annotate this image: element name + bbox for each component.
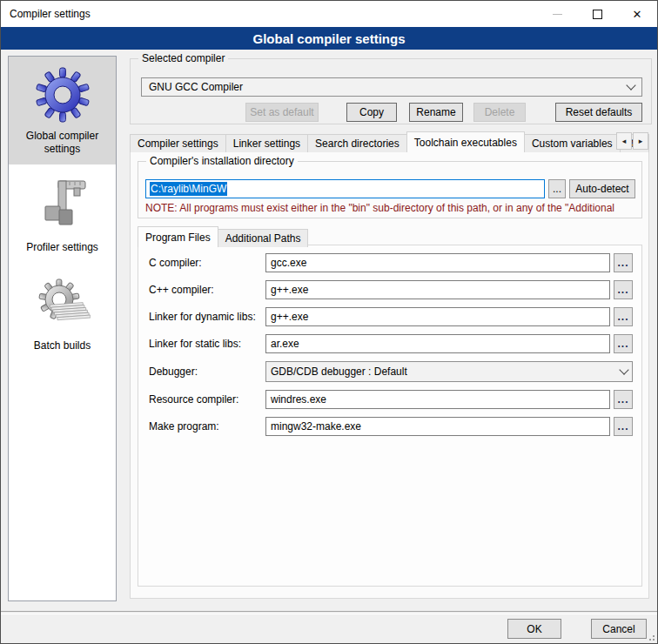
tab-custom-variables[interactable]: Custom variables [524,134,621,152]
delete-button: Delete [473,103,526,122]
dialog-header-title: Global compiler settings [252,31,405,46]
debugger-select[interactable]: GDB/CDB debugger : Default [265,361,633,382]
blue-gear-icon [35,67,91,123]
field-label: Debugger: [149,366,265,378]
resource-compiler-row: Resource compiler: windres.exe ... [149,390,633,409]
tab-compiler-settings[interactable]: Compiler settings [130,134,226,152]
footer-divider [1,611,657,614]
settings-category-list: Global compiler settings [8,56,117,601]
tab-scroll-right-button[interactable]: ▸ [633,132,648,150]
field-label: Make program: [149,420,265,433]
sidebar-item-label: Profiler settings [26,241,98,254]
gear-stack-icon [35,277,91,332]
ok-button[interactable]: OK [507,619,561,639]
dialog-header: Global compiler settings [1,27,657,50]
cancel-button[interactable]: Cancel [591,619,647,639]
maximize-icon [593,10,602,19]
bin-subdirectory-note: NOTE: All programs must exist either in … [145,202,638,214]
sidebar-item-profiler-settings[interactable]: Profiler settings [9,164,116,263]
c-compiler-input[interactable]: gcc.exe [265,253,610,272]
dynamic-linker-row: Linker for dynamic libs: g++.exe ... [149,307,633,326]
arrow-right-icon: ▸ [639,137,643,145]
dialog-content: Global compiler settings [1,50,657,643]
static-linker-browse-button[interactable]: ... [614,334,633,353]
static-linker-row: Linker for static libs: ar.exe ... [149,334,633,353]
titlebar: Compiler settings ✕ [1,1,657,27]
installation-directory-group-label: Compiler's installation directory [146,155,298,167]
installation-directory-input[interactable]: C:\raylib\MinGW [145,179,545,198]
cpp-compiler-row: C++ compiler: g++.exe ... [149,280,633,299]
maximize-button[interactable] [577,1,617,27]
compiler-select-value: GNU GCC Compiler [149,81,243,93]
reset-defaults-button[interactable]: Reset defaults [555,103,642,122]
field-label: C++ compiler: [149,284,265,296]
compiler-settings-dialog: Compiler settings ✕ Global compiler sett… [0,0,658,644]
tab-additional-paths[interactable]: Additional Paths [218,229,309,247]
tab-linker-settings[interactable]: Linker settings [225,134,308,152]
cpp-compiler-input[interactable]: g++.exe [265,280,610,299]
cpp-compiler-browse-button[interactable]: ... [614,280,633,299]
set-as-default-button: Set as default [245,103,319,122]
compiler-tabs: Compiler settings Linker settings Search… [130,131,648,152]
make-program-input[interactable]: mingw32-make.exe [265,417,610,436]
static-linker-input[interactable]: ar.exe [265,334,610,353]
chevron-down-icon [619,365,628,374]
dynamic-linker-browse-button[interactable]: ... [614,307,633,326]
installation-directory-value: C:\raylib\MinGW [150,182,227,196]
arrow-left-icon: ◂ [622,137,627,145]
selected-compiler-group-label: Selected compiler [138,52,228,64]
resize-grip[interactable] [646,632,655,641]
copy-button[interactable]: Copy [346,103,397,122]
compiler-select[interactable]: GNU GCC Compiler [141,77,642,97]
program-files-page: C compiler: gcc.exe ... C++ compiler: g+… [138,245,642,587]
field-label: C compiler: [149,257,265,269]
sidebar-item-label: Global compiler settings [12,130,112,156]
make-program-row: Make program: mingw32-make.exe ... [149,417,633,436]
minimize-button[interactable] [537,1,577,27]
program-files-tabs: Program Files Additional Paths [138,226,307,247]
installation-directory-browse-button[interactable]: ... [548,179,566,198]
tab-search-directories[interactable]: Search directories [307,134,407,152]
auto-detect-button[interactable]: Auto-detect [569,179,635,198]
chevron-down-icon [626,80,635,90]
close-button[interactable]: ✕ [617,1,657,27]
dynamic-linker-input[interactable]: g++.exe [265,307,610,326]
sidebar-item-label: Batch builds [34,339,91,352]
close-icon: ✕ [633,9,642,20]
minimize-icon [553,14,562,15]
caliper-icon [35,178,91,234]
field-label: Resource compiler: [149,393,265,406]
sidebar-item-global-compiler-settings[interactable]: Global compiler settings [9,57,116,164]
tab-toolchain-executables[interactable]: Toolchain executables [406,131,525,152]
field-label: Linker for static libs: [149,338,265,350]
tab-scroll-left-button[interactable]: ◂ [616,132,632,150]
field-label: Linker for dynamic libs: [149,311,265,323]
installation-directory-group: Compiler's installation directory C:\ray… [138,161,642,218]
resource-compiler-input[interactable]: windres.exe [265,390,610,409]
resource-compiler-browse-button[interactable]: ... [614,390,633,409]
window-title: Compiler settings [1,8,91,20]
c-compiler-browse-button[interactable]: ... [614,253,633,272]
c-compiler-row: C compiler: gcc.exe ... [149,253,633,272]
selected-compiler-group: Selected compiler GNU GCC Compiler Set a… [130,58,652,124]
debugger-row: Debugger: GDB/CDB debugger : Default [149,361,633,382]
toolchain-executables-page: Compiler's installation directory C:\ray… [130,150,649,599]
tab-program-files[interactable]: Program Files [138,226,218,247]
sidebar-item-batch-builds[interactable]: Batch builds [9,263,116,361]
make-program-browse-button[interactable]: ... [614,417,633,436]
rename-button[interactable]: Rename [409,103,463,122]
